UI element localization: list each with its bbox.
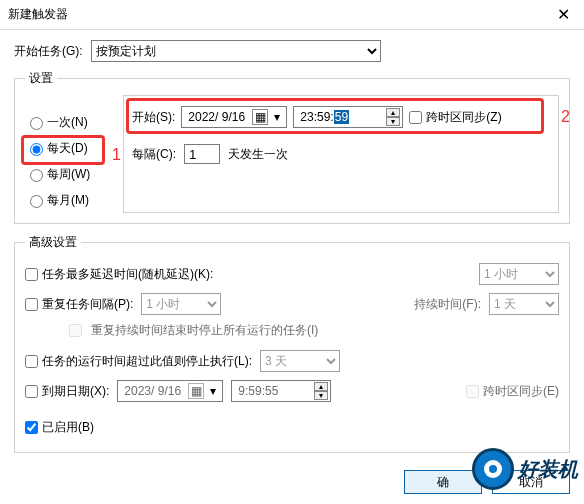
- stop-after-label: 任务的运行时间超过此值则停止执行(L):: [42, 353, 252, 370]
- cancel-button-label: 取消: [519, 474, 543, 491]
- radio-monthly[interactable]: 每月(M): [25, 187, 123, 213]
- cancel-button[interactable]: 取消: [492, 470, 570, 494]
- stop-after-select[interactable]: 3 天: [260, 350, 340, 372]
- interval-suffix: 天发生一次: [228, 146, 288, 163]
- expire-checkbox[interactable]: 到期日期(X):: [25, 383, 109, 400]
- spin-down-icon[interactable]: ▾: [314, 391, 328, 400]
- stop-after-checkbox[interactable]: 任务的运行时间超过此值则停止执行(L):: [25, 353, 252, 370]
- date-dropdown-icon[interactable]: ▾: [206, 384, 220, 398]
- start-date-picker[interactable]: 2022/ 9/16 ▦ ▾: [181, 106, 287, 128]
- duration-select[interactable]: 1 天: [489, 293, 559, 315]
- start-time-picker[interactable]: 23:59:59 ▴▾: [293, 106, 403, 128]
- time-spinner[interactable]: ▴▾: [386, 108, 400, 126]
- expire-label: 到期日期(X):: [42, 383, 109, 400]
- start-date-text: 2022/ 9/16: [188, 110, 245, 124]
- start-time-text: 23:59:59: [300, 110, 349, 124]
- expire-time-text: 9:59:55: [238, 384, 278, 398]
- expire-tz-label: 跨时区同步(E): [483, 383, 559, 400]
- begin-task-select[interactable]: 按预定计划: [91, 40, 381, 62]
- calendar-icon[interactable]: ▦: [252, 109, 268, 125]
- spin-up-icon[interactable]: ▴: [386, 108, 400, 117]
- interval-label: 每隔(C):: [132, 146, 176, 163]
- radio-once[interactable]: 一次(N): [25, 109, 123, 135]
- spin-up-icon[interactable]: ▴: [314, 382, 328, 391]
- ok-button-label: 确: [437, 474, 449, 491]
- expire-date-picker[interactable]: 2023/ 9/16 ▦ ▾: [117, 380, 223, 402]
- delay-label: 任务最多延迟时间(随机延迟)(K):: [42, 266, 213, 283]
- sync-tz-label: 跨时区同步(Z): [426, 109, 501, 126]
- radio-weekly[interactable]: 每周(W): [25, 161, 123, 187]
- time-spinner[interactable]: ▴▾: [314, 382, 328, 400]
- close-icon[interactable]: ✕: [551, 3, 576, 26]
- expire-tz-checkbox: 跨时区同步(E): [466, 383, 559, 400]
- duration-label: 持续时间(F):: [414, 296, 481, 313]
- radio-monthly-label: 每月(M): [47, 192, 89, 209]
- interval-input[interactable]: [184, 144, 220, 164]
- advanced-group: 高级设置 任务最多延迟时间(随机延迟)(K): 1 小时 重复任务间隔(P): …: [14, 234, 570, 453]
- window-title: 新建触发器: [8, 6, 68, 23]
- settings-group: 设置 一次(N) 每天(D) 每周(W) 每月(M): [14, 70, 570, 224]
- expire-time-picker[interactable]: 9:59:55 ▴▾: [231, 380, 331, 402]
- stop-all-checkbox: [69, 324, 82, 337]
- repeat-interval-select[interactable]: 1 小时: [141, 293, 221, 315]
- ok-button[interactable]: 确: [404, 470, 482, 494]
- spin-down-icon[interactable]: ▾: [386, 117, 400, 126]
- date-dropdown-icon[interactable]: ▾: [270, 110, 284, 124]
- expire-date-text: 2023/ 9/16: [124, 384, 181, 398]
- repeat-label: 重复任务间隔(P):: [42, 296, 133, 313]
- repeat-checkbox[interactable]: 重复任务间隔(P):: [25, 296, 133, 313]
- calendar-icon[interactable]: ▦: [188, 383, 204, 399]
- radio-daily[interactable]: 每天(D): [25, 135, 123, 161]
- radio-weekly-label: 每周(W): [47, 166, 90, 183]
- delay-checkbox[interactable]: 任务最多延迟时间(随机延迟)(K):: [25, 266, 213, 283]
- start-label: 开始(S):: [132, 109, 175, 126]
- enabled-label: 已启用(B): [42, 419, 94, 436]
- stop-all-label: 重复持续时间结束时停止所有运行的任务(I): [91, 322, 318, 339]
- delay-select[interactable]: 1 小时: [479, 263, 559, 285]
- begin-task-label: 开始任务(G):: [14, 43, 83, 60]
- settings-legend: 设置: [25, 70, 57, 87]
- enabled-checkbox[interactable]: 已启用(B): [25, 419, 94, 436]
- sync-tz-checkbox[interactable]: 跨时区同步(Z): [409, 109, 501, 126]
- radio-daily-label: 每天(D): [47, 140, 88, 157]
- advanced-legend: 高级设置: [25, 234, 81, 251]
- radio-once-label: 一次(N): [47, 114, 88, 131]
- annotation-number-2: 2: [561, 108, 570, 126]
- annotation-number-1: 1: [112, 146, 121, 164]
